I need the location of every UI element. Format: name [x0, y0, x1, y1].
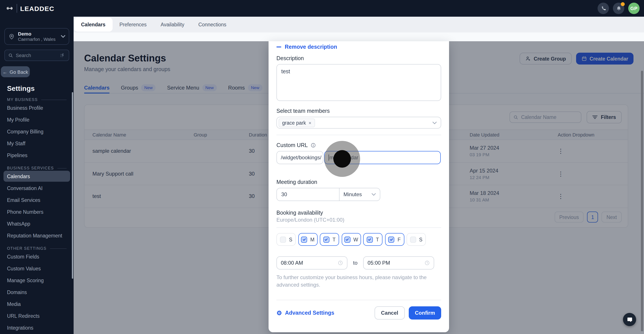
tab-calendars[interactable]: Calendars [74, 18, 112, 32]
location-switcher[interactable]: Demo Caernarfon , Wales [4, 28, 69, 45]
check-icon [368, 237, 372, 241]
description-textarea[interactable]: test [276, 64, 441, 101]
advanced-settings-link[interactable]: ⚙ Advanced Settings [276, 310, 334, 316]
app-root: GP LEADDEC Demo Caernarfon , Wales Searc… [0, 0, 644, 334]
team-members-select[interactable]: grace park × [276, 117, 441, 129]
notifications-button[interactable] [613, 3, 624, 14]
custom-url-label-row: Custom URL [276, 142, 441, 148]
sidebar-item-email-services[interactable]: Email Services [0, 194, 74, 206]
section-business-services: BUSINESS SERVICES [7, 166, 66, 170]
check-icon [324, 237, 328, 241]
meeting-duration-label: Meeting duration [276, 179, 441, 185]
sidebar-item-domains[interactable]: Domains [0, 286, 74, 298]
confirm-button[interactable]: Confirm [409, 306, 441, 319]
checkbox-checked [344, 236, 350, 243]
calendar-modal: Remove description Description test Sele… [268, 41, 449, 332]
day-tuesday-checkbox[interactable]: T [320, 233, 339, 246]
weekday-checkboxes: S M T W T F S [276, 233, 441, 246]
business-hours-note: To further customize your business hours… [276, 274, 443, 288]
check-icon [345, 237, 349, 241]
chat-bubble-icon [626, 316, 633, 323]
divider [276, 227, 441, 228]
chevron-down-icon [61, 35, 65, 38]
sidebar-item-integrations[interactable]: Integrations [0, 322, 74, 333]
checkbox [410, 236, 416, 243]
sidebar-search-placeholder: Search [16, 53, 57, 58]
day-monday-checkbox[interactable]: M [298, 233, 318, 246]
brand-logo[interactable]: LEADDEC [0, 0, 74, 17]
minus-icon [276, 47, 281, 48]
chevron-down-icon [432, 121, 437, 124]
day-sunday-checkbox[interactable]: S [276, 233, 296, 246]
sidebar-search-input[interactable]: Search [4, 50, 69, 61]
chevron-down-icon [372, 193, 376, 196]
meeting-duration-group: 30 Minutes [276, 188, 380, 201]
checkbox-checked [388, 236, 394, 243]
search-icon [8, 53, 13, 58]
day-saturday-checkbox[interactable]: S [406, 233, 426, 246]
sidebar-item-whatsapp[interactable]: WhatsApp [0, 218, 74, 230]
brand-name: LEADDEC [20, 5, 54, 12]
dumbbell-icon [6, 5, 14, 12]
checkbox-checked [301, 236, 307, 243]
go-back-button[interactable]: ← Go Back [1, 66, 30, 77]
time-from-input[interactable]: 08:00 AM [276, 256, 348, 269]
avatar[interactable]: GP [628, 3, 640, 14]
clock-icon [338, 260, 343, 266]
sidebar-item-media[interactable]: Media [0, 298, 74, 310]
section-my-business: MY BUSINESS [7, 97, 66, 102]
sidebar-scrollbar[interactable] [72, 92, 73, 279]
duration-unit-select[interactable]: Minutes [340, 188, 380, 201]
chip-remove-icon[interactable]: × [309, 120, 312, 125]
custom-url-prefix: /widget/bookings/ [276, 151, 323, 164]
time-to-input[interactable]: 05:00 PM [363, 256, 434, 269]
check-icon [302, 237, 306, 241]
sidebar-item-url-redirects[interactable]: URL Redirects [0, 310, 74, 322]
team-member-chip: grace park × [279, 118, 315, 127]
logo-divider [17, 4, 17, 13]
text-caret [328, 154, 329, 161]
page-scrollbar[interactable] [641, 71, 643, 331]
quick-search-icon [60, 52, 65, 58]
cancel-button[interactable]: Cancel [374, 306, 405, 319]
header-strip [74, 33, 644, 41]
day-thursday-checkbox[interactable]: T [363, 233, 382, 246]
location-place: Caernarfon , Wales [18, 37, 56, 42]
arrow-left-icon: ← [3, 69, 8, 74]
sidebar-item-my-staff[interactable]: My Staff [0, 137, 74, 149]
tab-preferences[interactable]: Preferences [112, 17, 154, 33]
sidebar-item-custom-fields[interactable]: Custom Fields [0, 251, 74, 262]
sidebar-item-pipelines[interactable]: Pipelines [0, 149, 74, 161]
sidebar-item-phone-numbers[interactable]: Phone Numbers [0, 206, 74, 218]
duration-value-input[interactable]: 30 [277, 188, 340, 201]
sidebar-item-company-billing[interactable]: Company Billing [0, 125, 74, 137]
day-friday-checkbox[interactable]: F [385, 233, 404, 246]
custom-url-label: Custom URL [276, 142, 308, 148]
remove-description-link[interactable]: Remove description [276, 44, 441, 50]
gear-icon: ⚙ [276, 310, 282, 316]
team-members-label: Select team members [276, 108, 441, 114]
sidebar-item-my-profile[interactable]: My Profile [0, 114, 74, 125]
topbar: GP [0, 0, 644, 17]
sidebar-title: Settings [7, 85, 74, 93]
sidebar-item-custom-values[interactable]: Custom Values [0, 262, 74, 274]
tab-availability[interactable]: Availability [154, 17, 191, 33]
info-icon[interactable] [310, 143, 316, 148]
chat-widget-button[interactable] [623, 313, 636, 326]
phone-button[interactable] [598, 3, 609, 14]
location-name: Demo [18, 31, 56, 37]
check-icon [390, 237, 394, 241]
booking-availability-label: Booking availability [276, 210, 441, 216]
tab-connections[interactable]: Connections [192, 17, 234, 33]
sidebar-item-reputation-management[interactable]: Reputation Management [0, 230, 74, 241]
day-wednesday-checkbox[interactable]: W [342, 233, 361, 246]
sidebar-item-manage-scoring[interactable]: Manage Scoring [0, 274, 74, 286]
timezone-text: Europe/London (UTC+01:00) [276, 217, 441, 223]
bell-icon [616, 6, 622, 11]
sidebar-item-calendars[interactable]: Calendars [4, 171, 70, 182]
custom-url-input[interactable]: my-calendar [324, 151, 441, 164]
sidebar: LEADDEC Demo Caernarfon , Wales Search ←… [0, 0, 74, 334]
sidebar-item-conversation-ai[interactable]: Conversation AI [0, 182, 74, 194]
sidebar-item-business-profile[interactable]: Business Profile [0, 102, 74, 114]
section-other-settings: OTHER SETTINGS [7, 246, 66, 251]
